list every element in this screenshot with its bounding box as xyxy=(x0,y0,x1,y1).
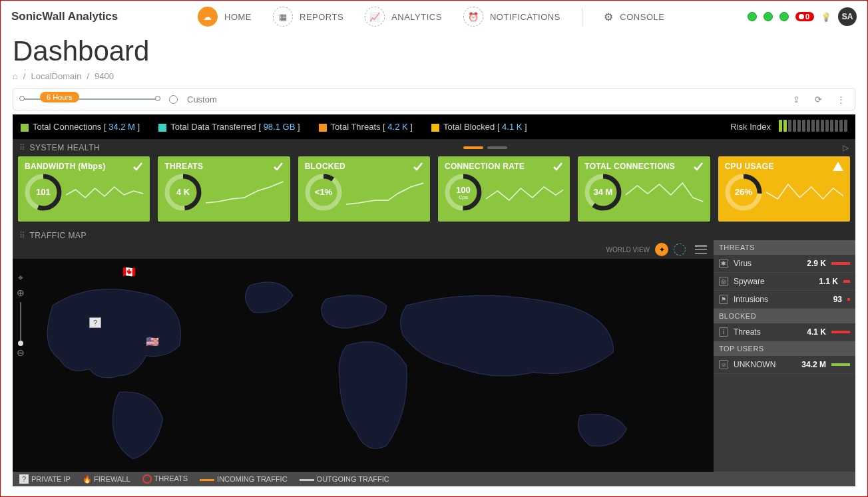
ms-intrusions[interactable]: ⚑Intrusions93 xyxy=(714,291,855,309)
legend-threats: THREATS xyxy=(142,474,188,484)
fire-icon: 🔥 xyxy=(83,475,92,483)
export-icon[interactable]: ⇪ xyxy=(790,94,803,104)
refresh-icon[interactable]: ⟳ xyxy=(812,94,825,104)
info-icon: i xyxy=(719,327,728,337)
card-connrate[interactable]: CONNECTION RATE 100Cps xyxy=(438,156,570,222)
svg-text:Cps: Cps xyxy=(459,194,468,200)
header-right: 0 💡 SA xyxy=(748,7,857,26)
nav-reports[interactable]: ▦ REPORTS xyxy=(273,7,343,27)
summary-blocked[interactable]: Total Blocked [ 4.1 K ] xyxy=(431,122,527,132)
card-bandwidth[interactable]: BANDWIDTH (Mbps) 101 xyxy=(18,156,150,222)
health-cards: BANDWIDTH (Mbps) 101 THREATS 4 K xyxy=(13,156,855,227)
nav-home[interactable]: ☁ HOME xyxy=(198,7,252,27)
legend-firewall: 🔥 FIREWALL xyxy=(83,475,130,484)
home-crumb-icon[interactable]: ⌂ xyxy=(13,71,18,81)
custom-time-radio[interactable] xyxy=(169,95,178,104)
nav-home-label: HOME xyxy=(224,12,252,22)
user-avatar[interactable]: SA xyxy=(838,7,857,26)
flag-usa[interactable]: 🇺🇸 xyxy=(146,335,159,348)
map-wrap: WORLD VIEW ✦ xyxy=(13,240,714,472)
nav-reports-label: REPORTS xyxy=(300,12,343,22)
status-dot-2[interactable] xyxy=(763,12,773,21)
map-legend: ?PRIVATE IP 🔥 FIREWALL THREATS INCOMING … xyxy=(13,472,855,486)
world-view-label: WORLD VIEW xyxy=(606,246,650,253)
flag-canada[interactable]: 🇨🇦 xyxy=(122,265,136,278)
ms-spyware[interactable]: ◎Spyware1.1 K xyxy=(714,273,855,291)
page-head: Dashboard ⌂/ LocalDomain/ 9400 xyxy=(1,35,867,81)
ms-blocked-threats[interactable]: iThreats4.1 K xyxy=(714,323,855,341)
status-dot-3[interactable] xyxy=(779,12,789,21)
world-map[interactable]: 🇨🇦 ? 🇺🇸 ⌖ ⊕ ⊖ xyxy=(13,259,714,472)
page-title: Dashboard xyxy=(13,35,855,67)
nav-notifications[interactable]: ⏰ NOTIFICATIONS xyxy=(463,7,560,27)
alt-view-icon[interactable] xyxy=(674,244,686,255)
virus-icon: ✱ xyxy=(719,259,728,268)
more-icon[interactable]: ⋮ xyxy=(834,94,848,104)
nav-divider xyxy=(582,7,582,26)
globe-icon[interactable]: ✦ xyxy=(655,243,668,256)
map-menu-icon[interactable] xyxy=(695,245,707,254)
crumb-domain[interactable]: LocalDomain xyxy=(31,71,81,81)
zoom-out-icon[interactable]: ⊖ xyxy=(17,347,25,358)
card-connrate-spark xyxy=(486,175,563,210)
map-toolbar: WORLD VIEW ✦ xyxy=(13,240,714,259)
time-range-bar: 6 Hours Custom ⇪ ⟳ ⋮ xyxy=(13,88,855,110)
card-pager[interactable] xyxy=(463,146,507,149)
card-totalconn[interactable]: TOTAL CONNECTIONS 34 M xyxy=(578,156,710,222)
svg-text:101: 101 xyxy=(36,187,51,197)
svg-text:4 K: 4 K xyxy=(176,187,190,197)
reports-icon: ▦ xyxy=(273,7,293,27)
time-selected-pill[interactable]: 6 Hours xyxy=(40,92,79,102)
map-sidebar: THREATS ✱Virus2.9 K ◎Spyware1.1 K ⚑Intru… xyxy=(714,240,855,472)
card-blocked-spark xyxy=(346,175,423,210)
card-threats[interactable]: THREATS 4 K xyxy=(158,156,290,222)
status-dot-1[interactable] xyxy=(748,12,757,21)
card-cpu-title: CPU USAGE xyxy=(725,162,843,171)
card-bandwidth-spark xyxy=(66,175,143,210)
custom-time-label: Custom xyxy=(187,94,217,104)
pin-unknown[interactable]: ? xyxy=(89,317,101,328)
card-bandwidth-gauge: 101 xyxy=(25,174,62,211)
card-threats-spark xyxy=(206,175,283,210)
alert-badge[interactable]: 0 xyxy=(795,12,814,21)
ms-blocked-head: BLOCKED xyxy=(714,309,855,323)
card-blocked[interactable]: BLOCKED <1% xyxy=(298,156,430,222)
summary-threats[interactable]: Total Threats [ 4.2 K ] xyxy=(319,122,413,132)
time-slider[interactable]: 6 Hours xyxy=(20,98,160,100)
traffic-map-header: TRAFFIC MAP xyxy=(13,227,855,240)
nav-console-label: CONSOLE xyxy=(620,12,664,22)
card-connrate-title: CONNECTION RATE xyxy=(445,162,563,171)
card-threats-status-icon xyxy=(273,162,284,173)
legend-incoming: INCOMING TRAFFIC xyxy=(200,475,288,483)
summary-data[interactable]: Total Data Transferred [ 98.1 GB ] xyxy=(158,122,300,132)
card-totalconn-gauge: 34 M xyxy=(584,174,622,211)
nav-analytics-label: ANALYTICS xyxy=(391,12,442,22)
svg-text:<1%: <1% xyxy=(314,187,332,197)
card-totalconn-status-icon xyxy=(693,162,704,173)
nav-console[interactable]: ⚙ CONSOLE xyxy=(604,11,665,23)
zoom-slider[interactable] xyxy=(20,302,21,343)
gear-icon: ⚙ xyxy=(604,11,614,23)
bulb-icon[interactable]: 💡 xyxy=(821,12,831,22)
breadcrumb: ⌂/ LocalDomain/ 9400 xyxy=(13,71,855,81)
card-bandwidth-status-icon xyxy=(132,162,143,173)
card-blocked-status-icon xyxy=(413,162,423,173)
card-cpu-status-icon xyxy=(833,162,843,173)
summary-connections[interactable]: Total Connections [ 34.2 M ] xyxy=(21,122,140,132)
summary-bar: Total Connections [ 34.2 M ] Total Data … xyxy=(13,114,855,139)
card-cpu[interactable]: CPU USAGE 26% xyxy=(718,156,850,222)
map-locate-icon[interactable]: ⌖ xyxy=(18,272,23,283)
ms-virus[interactable]: ✱Virus2.9 K xyxy=(714,255,855,273)
card-threats-title: THREATS xyxy=(164,162,283,171)
ms-users-head: TOP USERS xyxy=(714,341,855,356)
zoom-in-icon[interactable]: ⊕ xyxy=(17,287,25,298)
play-icon[interactable]: ▷ xyxy=(843,143,849,152)
risk-label: Risk Index xyxy=(730,122,771,132)
intrusion-icon: ⚑ xyxy=(719,295,728,304)
card-cpu-gauge: 26% xyxy=(725,174,762,211)
home-icon: ☁ xyxy=(198,7,218,27)
card-connrate-status-icon xyxy=(552,162,563,173)
dashboard-panel: SYSTEM HEALTH ▷ BANDWIDTH (Mbps) 101 THR… xyxy=(13,139,855,472)
nav-analytics[interactable]: 📈 ANALYTICS xyxy=(365,7,442,27)
ms-user-unknown[interactable]: ☺UNKNOWN34.2 M xyxy=(714,356,855,374)
